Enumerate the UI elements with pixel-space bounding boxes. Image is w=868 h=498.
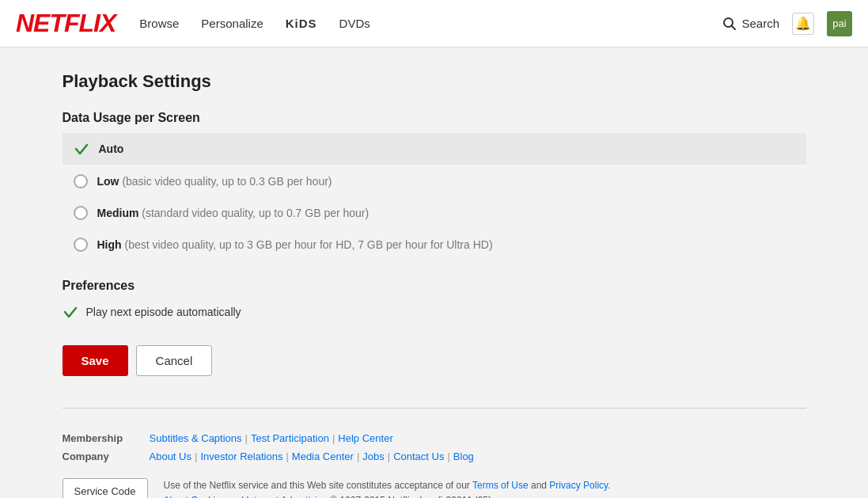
search-label: Search <box>741 17 779 30</box>
footer-legal: Use of the Netflix service and this Web … <box>164 478 611 498</box>
data-usage-section: Data Usage per Screen Auto Low (basic vi… <box>63 111 806 260</box>
footer: Membership Subtitles & Captions | Test P… <box>63 424 806 498</box>
option-high-label: High (best video quality, up to 3 GB per… <box>97 238 493 251</box>
footer-sep-2: | <box>332 432 335 444</box>
main-content: Playback Settings Data Usage per Screen … <box>15 48 854 498</box>
button-row: Save Cancel <box>63 345 806 376</box>
radio-option-high[interactable]: High (best video quality, up to 3 GB per… <box>63 230 806 260</box>
footer-link-jobs[interactable]: Jobs <box>362 450 384 462</box>
main-nav: Browse Personalize KiDS DVDs <box>139 17 722 30</box>
nav-dvds[interactable]: DVDs <box>339 17 370 30</box>
footer-privacy-link[interactable]: Privacy Policy <box>549 480 608 491</box>
radio-option-auto[interactable]: Auto <box>63 133 806 165</box>
header: NETFLIX Browse Personalize KiDS DVDs Sea… <box>0 0 868 48</box>
netflix-logo[interactable]: NETFLIX <box>16 9 116 38</box>
footer-link-investor[interactable]: Investor Relations <box>200 450 282 462</box>
radio-circle-high <box>74 238 88 252</box>
footer-sep-1: | <box>245 432 248 444</box>
footer-link-test-participation[interactable]: Test Participation <box>251 432 329 444</box>
footer-terms-link[interactable]: Terms of Use <box>472 480 529 491</box>
footer-link-about[interactable]: About Us <box>150 450 191 462</box>
nav-personalize[interactable]: Personalize <box>201 17 263 30</box>
svg-line-1 <box>732 25 736 29</box>
page-title: Playback Settings <box>63 71 806 92</box>
footer-legal-text: Use of the Netflix service and this Web … <box>164 478 611 493</box>
footer-company-row: Company About Us | Investor Relations | … <box>63 450 806 462</box>
footer-link-media[interactable]: Media Center <box>292 450 354 462</box>
save-button[interactable]: Save <box>63 345 128 376</box>
radio-option-low[interactable]: Low (basic video quality, up to 0.3 GB p… <box>63 166 806 196</box>
radio-option-medium[interactable]: Medium (standard video quality, up to 0.… <box>63 198 806 228</box>
footer-service-row: Service Code Use of the Netflix service … <box>63 469 806 498</box>
search-icon <box>722 17 737 31</box>
footer-divider <box>63 408 806 409</box>
nav-kids[interactable]: KiDS <box>286 17 317 30</box>
bell-icon: 🔔 <box>795 16 811 31</box>
radio-circle-low <box>74 174 88 188</box>
avatar-text: pai <box>832 17 846 29</box>
search-button[interactable]: Search <box>722 17 779 31</box>
pref-play-next[interactable]: Play next episode automatically <box>63 301 806 323</box>
pref-play-next-label: Play next episode automatically <box>86 306 241 318</box>
data-usage-title: Data Usage per Screen <box>63 111 806 125</box>
footer-membership-links: Subtitles & Captions | Test Participatio… <box>150 432 393 444</box>
footer-company-links: About Us | Investor Relations | Media Ce… <box>150 450 474 462</box>
radio-circle-medium <box>74 206 88 220</box>
checkmark-play-next <box>63 304 78 320</box>
cancel-button[interactable]: Cancel <box>136 345 213 376</box>
footer-copyright: About Cookies and Internet AdvertisingAb… <box>164 493 611 498</box>
option-low-label: Low (basic video quality, up to 0.3 GB p… <box>97 175 332 188</box>
preferences-section: Preferences Play next episode automatica… <box>63 279 806 323</box>
footer-link-contact[interactable]: Contact Us <box>393 450 444 462</box>
footer-link-help[interactable]: Help Center <box>338 432 392 444</box>
footer-link-blog[interactable]: Blog <box>453 450 474 462</box>
preferences-title: Preferences <box>63 279 806 293</box>
service-code-button[interactable]: Service Code <box>63 478 148 498</box>
option-auto-label: Auto <box>99 143 124 155</box>
footer-company-label: Company <box>63 450 134 462</box>
checkmark-auto <box>74 141 89 157</box>
nav-browse[interactable]: Browse <box>139 17 179 30</box>
header-right: Search 🔔 pai <box>722 11 852 36</box>
avatar[interactable]: pai <box>827 11 852 36</box>
footer-cookies-link[interactable]: About Cookies and Internet Advertising <box>164 495 328 498</box>
footer-link-subtitles[interactable]: Subtitles & Captions <box>150 432 242 444</box>
option-medium-label: Medium (standard video quality, up to 0.… <box>97 207 370 219</box>
notification-bell[interactable]: 🔔 <box>792 13 814 35</box>
footer-membership-label: Membership <box>63 432 134 444</box>
footer-membership-row: Membership Subtitles & Captions | Test P… <box>63 432 806 444</box>
